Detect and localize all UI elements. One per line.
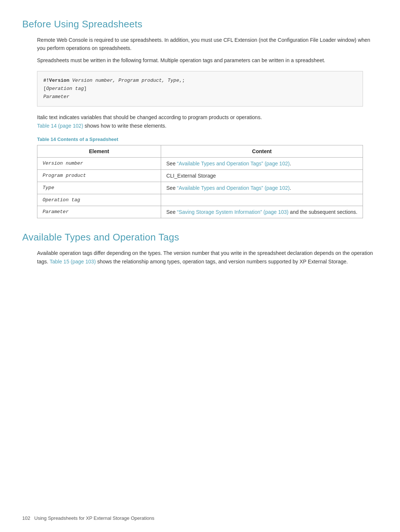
table-row: Parameter See “Saving Storage System Inf… — [37, 206, 363, 218]
section1-title: Before Using Spreadsheets — [22, 18, 378, 30]
table-cell-element: Version number — [37, 158, 161, 170]
section2-title: Available Types and Operation Tags — [22, 232, 378, 243]
saving-storage-link[interactable]: “Saving Storage System Information” (pag… — [177, 209, 289, 215]
table-cell-content: See “Available Types and Operation Tags”… — [161, 158, 363, 170]
page-description: Using Spreadsheets for XP External Stora… — [34, 515, 154, 521]
avail-types-link-1[interactable]: “Available Types and Operation Tags” (pa… — [177, 161, 290, 166]
table15-link[interactable]: Table 15 (page 103) — [50, 259, 96, 265]
para3-prefix: Italic text indicates variables that sho… — [37, 114, 262, 120]
table-cell-content: CLI_External Storage — [161, 170, 363, 182]
table-cell-content: See “Saving Storage System Information” … — [161, 206, 363, 218]
table-cell-content — [161, 194, 363, 206]
table-col-element: Element — [37, 145, 161, 158]
table-cell-content: See “Available Types and Operation Tags”… — [161, 182, 363, 194]
page-number: 102 — [22, 515, 30, 521]
table-cell-element: Program product — [37, 170, 161, 182]
code-line3: Parameter — [43, 93, 357, 101]
code-block: #!Version Version number, Program produc… — [37, 71, 363, 107]
table-row: Program product CLI_External Storage — [37, 170, 363, 182]
table-cell-element: Parameter — [37, 206, 161, 218]
table-col-content: Content — [161, 145, 363, 158]
spreadsheet-contents-table: Element Content Version number See “Avai… — [37, 145, 363, 218]
table-row: Version number See “Available Types and … — [37, 158, 363, 170]
section1-para3: Italic text indicates variables that sho… — [37, 113, 378, 130]
table-cell-element: Operation tag — [37, 194, 161, 206]
table-row: Type See “Available Types and Operation … — [37, 182, 363, 194]
section2-para1: Available operation tags differ dependin… — [37, 249, 378, 266]
page-footer: 102 Using Spreadsheets for XP External S… — [22, 515, 154, 521]
code-line2: [Operation tag] — [43, 85, 357, 93]
section2-para1-suffix: shows the relationship among types, oper… — [96, 259, 348, 265]
section1-para1: Remote Web Console is required to use sp… — [37, 36, 378, 53]
table14-link[interactable]: Table 14 (page 102) — [37, 123, 83, 129]
table-cell-element: Type — [37, 182, 161, 194]
section1-para2: Spreadsheets must be written in the foll… — [37, 56, 378, 64]
table-row: Operation tag — [37, 194, 363, 206]
table-caption: Table 14 Contents of a Spreadsheet — [37, 137, 363, 142]
para3-suffix: shows how to write these elements. — [84, 123, 166, 129]
table-header-row: Element Content — [37, 145, 363, 158]
code-line1: #!Version Version number, Program produc… — [43, 77, 357, 85]
avail-types-link-2[interactable]: “Available Types and Operation Tags” (pa… — [177, 185, 290, 191]
